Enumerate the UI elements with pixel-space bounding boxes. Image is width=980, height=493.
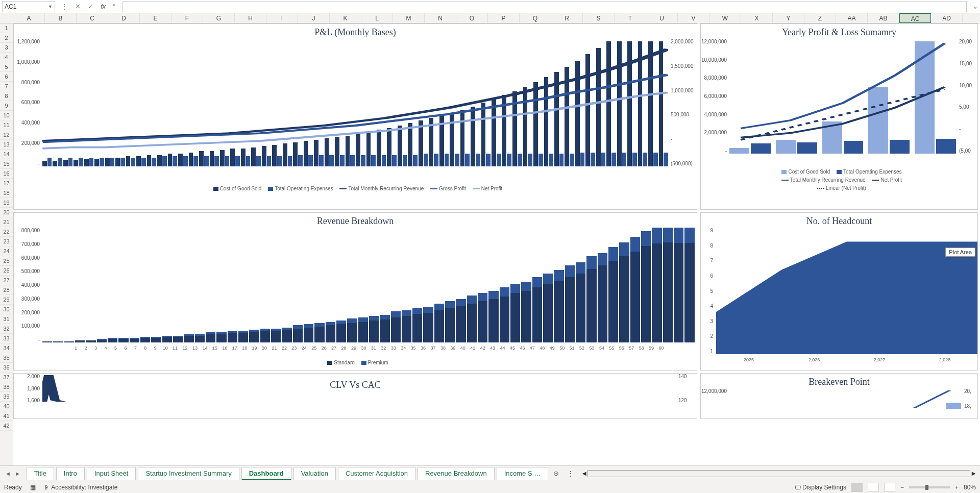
row-header[interactable]: 40 bbox=[0, 402, 13, 411]
zoom-level[interactable]: 80% bbox=[964, 484, 976, 491]
row-header[interactable]: 23 bbox=[0, 237, 13, 246]
column-header[interactable]: V bbox=[678, 13, 709, 23]
row-header[interactable]: 42 bbox=[0, 421, 13, 431]
horizontal-scroll[interactable]: ◄ ► bbox=[578, 470, 980, 477]
column-header[interactable]: E bbox=[140, 13, 172, 23]
column-header[interactable]: D bbox=[108, 13, 140, 23]
row-header[interactable]: 22 bbox=[0, 227, 13, 237]
row-header[interactable]: 12 bbox=[0, 130, 13, 140]
tabs-options-icon[interactable]: ⋮ bbox=[563, 470, 578, 477]
display-settings[interactable]: 🖵 Display Settings bbox=[795, 484, 846, 491]
chart-yearly-pnl[interactable]: Yearly Profit & Loss Sumamry 12,000,0001… bbox=[700, 23, 978, 210]
sheet-tab[interactable]: Title bbox=[27, 467, 54, 480]
row-header[interactable]: 32 bbox=[0, 324, 13, 334]
row-header[interactable]: 14 bbox=[0, 150, 13, 159]
row-header[interactable]: 16 bbox=[0, 169, 13, 179]
row-header[interactable]: 8 bbox=[0, 91, 13, 101]
row-header[interactable]: 41 bbox=[0, 411, 13, 421]
row-header[interactable]: 15 bbox=[0, 159, 13, 169]
row-header[interactable]: 5 bbox=[0, 62, 13, 72]
column-header[interactable]: N bbox=[425, 13, 456, 23]
cancel-icon[interactable]: ✕ bbox=[75, 3, 81, 10]
zoom-in-icon[interactable]: + bbox=[955, 484, 959, 491]
row-header[interactable]: 10 bbox=[0, 111, 13, 120]
row-header[interactable]: 20 bbox=[0, 208, 13, 217]
column-header[interactable]: L bbox=[361, 13, 393, 23]
row-header[interactable]: 39 bbox=[0, 392, 13, 402]
plot-area[interactable]: 1234567891011121314151617181920212223242… bbox=[42, 228, 695, 342]
fx-dropdown-icon[interactable]: ▾ bbox=[113, 3, 115, 10]
column-header[interactable]: AD bbox=[931, 13, 963, 23]
fx-icon[interactable]: fx bbox=[101, 3, 106, 10]
scroll-right-icon[interactable]: ► bbox=[970, 470, 977, 477]
row-header[interactable]: 2 bbox=[0, 33, 13, 43]
column-header[interactable]: P bbox=[488, 13, 520, 23]
scroll-left-icon[interactable]: ◄ bbox=[581, 470, 587, 477]
row-header[interactable]: 36 bbox=[0, 363, 13, 373]
row-header[interactable]: 31 bbox=[0, 314, 13, 324]
row-header[interactable]: 27 bbox=[0, 276, 13, 285]
zoom-out-icon[interactable]: − bbox=[900, 484, 904, 491]
column-header[interactable]: R bbox=[551, 13, 583, 23]
column-header[interactable]: K bbox=[330, 13, 361, 23]
column-header[interactable]: AA bbox=[836, 13, 868, 23]
column-header[interactable]: H bbox=[235, 13, 266, 23]
column-header[interactable]: U bbox=[646, 13, 678, 23]
column-header[interactable]: Z bbox=[804, 13, 836, 23]
row-header[interactable]: 26 bbox=[0, 266, 13, 276]
row-header[interactable]: 30 bbox=[0, 305, 13, 314]
page-layout-view-button[interactable] bbox=[868, 483, 879, 492]
row-header[interactable]: 28 bbox=[0, 285, 13, 295]
scroll-track[interactable] bbox=[587, 470, 970, 477]
column-header[interactable]: I bbox=[266, 13, 298, 23]
column-header[interactable]: F bbox=[172, 13, 203, 23]
chart-headcount[interactable]: No. of Headcount 987654321 20252,0262,02… bbox=[700, 212, 978, 371]
page-break-view-button[interactable] bbox=[884, 483, 895, 492]
sheet-tab[interactable]: Input Sheet bbox=[87, 467, 136, 480]
add-sheet-icon[interactable]: ⊕ bbox=[549, 470, 563, 477]
row-header[interactable]: 3 bbox=[0, 43, 13, 53]
column-header[interactable]: AC bbox=[899, 13, 931, 23]
row-header[interactable]: 1 bbox=[0, 23, 13, 33]
row-header[interactable]: 13 bbox=[0, 140, 13, 150]
dropdown-icon[interactable]: ⋮ bbox=[61, 3, 68, 10]
column-header[interactable]: M bbox=[393, 13, 425, 23]
column-header[interactable]: A bbox=[13, 13, 45, 23]
zoom-slider[interactable] bbox=[909, 486, 950, 488]
chart-pnl-monthly[interactable]: P&L (Monthly Bases) 1,200,0001,000,00080… bbox=[13, 23, 697, 210]
tab-next-icon[interactable]: ► bbox=[15, 471, 20, 477]
column-header[interactable]: B bbox=[45, 13, 77, 23]
row-header[interactable]: 7 bbox=[0, 82, 13, 91]
row-header[interactable]: 24 bbox=[0, 246, 13, 256]
plot-area[interactable] bbox=[42, 39, 668, 166]
tab-prev-icon[interactable]: ◄ bbox=[5, 471, 11, 477]
column-header[interactable]: G bbox=[203, 13, 235, 23]
row-header[interactable]: 25 bbox=[0, 256, 13, 266]
formula-input[interactable] bbox=[122, 1, 967, 12]
row-header[interactable]: 18 bbox=[0, 188, 13, 198]
sheet-tab[interactable]: Startup Investment Summary bbox=[138, 467, 239, 480]
formula-expand-icon[interactable]: ⌄ bbox=[970, 3, 980, 10]
row-header[interactable]: 34 bbox=[0, 343, 13, 353]
plot-area[interactable] bbox=[729, 388, 961, 409]
row-header[interactable]: 21 bbox=[0, 217, 13, 227]
row-header[interactable]: 9 bbox=[0, 101, 13, 111]
column-header[interactable]: S bbox=[583, 13, 615, 23]
row-header[interactable]: 38 bbox=[0, 382, 13, 392]
column-header[interactable]: T bbox=[615, 13, 646, 23]
sheet-tab[interactable]: Customer Acquisition bbox=[338, 467, 415, 480]
sheet-tab[interactable]: Valuation bbox=[293, 467, 336, 480]
normal-view-button[interactable] bbox=[851, 483, 863, 492]
row-header[interactable]: 29 bbox=[0, 295, 13, 305]
row-header[interactable]: 33 bbox=[0, 334, 13, 343]
chart-revenue-breakdown[interactable]: Revenue Breakdown 800,000700,000600,0005… bbox=[13, 212, 697, 371]
accessibility-status[interactable]: 🖟 Accessibility: Investigate bbox=[44, 484, 118, 491]
column-header[interactable]: W bbox=[709, 13, 741, 23]
accept-icon[interactable]: ✓ bbox=[88, 3, 93, 10]
column-header[interactable]: J bbox=[298, 13, 330, 23]
sheet-tab[interactable]: Revenue Breakdown bbox=[418, 467, 495, 480]
row-header[interactable]: 6 bbox=[0, 72, 13, 82]
row-header[interactable]: 4 bbox=[0, 53, 13, 62]
sheet-tab[interactable]: Income S … bbox=[497, 467, 549, 480]
row-header[interactable]: 37 bbox=[0, 373, 13, 382]
